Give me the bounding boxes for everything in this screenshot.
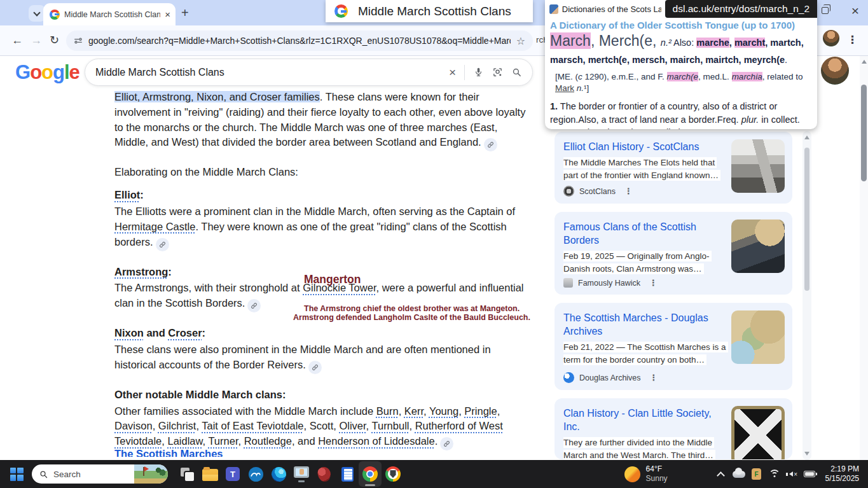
more-options-icon[interactable]: ⋮ bbox=[624, 186, 633, 196]
more-options-icon[interactable]: ⋮ bbox=[649, 278, 658, 288]
edge-button[interactable] bbox=[267, 461, 290, 487]
window-close-icon[interactable]: × bbox=[851, 4, 859, 17]
inline-link[interactable]: Tait of East Teviotdale bbox=[202, 420, 303, 431]
chevron-down-icon bbox=[33, 9, 40, 16]
teams-button[interactable]: T bbox=[221, 461, 244, 487]
inline-link[interactable]: Nixon bbox=[114, 327, 144, 338]
citation-link-icon[interactable] bbox=[308, 361, 322, 374]
source-name: Douglas Archives bbox=[579, 373, 641, 382]
search-query[interactable]: Middle March Scottish Clans bbox=[95, 67, 441, 78]
file-explorer-button[interactable] bbox=[198, 461, 221, 487]
reload-button[interactable]: ↻ bbox=[50, 33, 59, 47]
dictionary-url-chip[interactable]: dsl.ac.uk/entry/dost/march_n_2 bbox=[665, 0, 817, 18]
url-text[interactable]: google.com/search?q=Middle+March+Scottis… bbox=[88, 36, 511, 46]
scrollbar-thumb[interactable] bbox=[861, 85, 867, 181]
result-thumbnail-street-photo[interactable] bbox=[731, 139, 785, 193]
tray-expand-button[interactable] bbox=[712, 461, 730, 487]
result-card[interactable]: The Scottish Marches - Douglas Archives … bbox=[555, 303, 792, 390]
red-creature-icon bbox=[317, 466, 332, 483]
remote-desktop-button[interactable] bbox=[290, 461, 313, 487]
taskbar-search-box[interactable]: Search bbox=[32, 464, 168, 484]
clear-search-icon[interactable]: × bbox=[449, 66, 456, 80]
openoffice-button[interactable] bbox=[244, 461, 267, 487]
citation-link-icon[interactable] bbox=[440, 437, 453, 450]
tab-close-icon[interactable]: × bbox=[165, 10, 170, 19]
inline-link[interactable]: Mark bbox=[555, 83, 574, 93]
start-button[interactable] bbox=[5, 461, 28, 487]
search-highlight-image[interactable] bbox=[134, 464, 168, 484]
voice-search-icon[interactable] bbox=[473, 67, 484, 78]
result-card[interactable]: Clan History - Clan Little Society, Inc.… bbox=[555, 398, 792, 459]
result-snippet: They are further divided into the Middle… bbox=[563, 436, 730, 459]
inline-link[interactable]: Hermitage Castle bbox=[114, 221, 195, 232]
notepad-button[interactable] bbox=[336, 461, 359, 487]
result-card[interactable]: Famous Clans of the Scottish Borders Feb… bbox=[555, 212, 792, 295]
scroll-up-arrow-icon[interactable] bbox=[804, 136, 809, 139]
red-creature-app-button[interactable] bbox=[313, 461, 336, 487]
result-card[interactable]: Elliot Clan History - ScotClans The Midd… bbox=[555, 132, 792, 204]
inline-link[interactable]: Oliver bbox=[339, 420, 366, 431]
browser-profile-avatar[interactable] bbox=[823, 30, 839, 46]
dictionary-popup[interactable]: Dictionaries of the Scots Langu dsl.ac.u… bbox=[545, 0, 817, 129]
sidebar-scrollbar[interactable] bbox=[803, 131, 811, 460]
scroll-down-arrow-icon[interactable] bbox=[804, 452, 809, 456]
browser-tab[interactable]: Middle March Scottish Clans - G × bbox=[43, 3, 176, 25]
chrome-button-active[interactable] bbox=[359, 461, 382, 487]
citation-link-icon[interactable] bbox=[484, 138, 497, 151]
inline-link[interactable]: Armstrong bbox=[114, 266, 168, 277]
inline-link[interactable]: Burn bbox=[376, 405, 399, 417]
new-tab-button[interactable]: + bbox=[181, 6, 189, 20]
page-scrollbar[interactable] bbox=[860, 56, 868, 460]
inline-link[interactable]: Turnbull bbox=[371, 420, 409, 431]
result-title-link[interactable]: Famous Clans of the Scottish Borders bbox=[563, 220, 727, 247]
citation-link-icon[interactable] bbox=[247, 299, 261, 312]
inline-link[interactable]: Routledge bbox=[244, 435, 292, 447]
task-view-button[interactable] bbox=[176, 461, 198, 487]
forward-button[interactable]: → bbox=[31, 33, 42, 47]
search-submit-icon[interactable] bbox=[511, 67, 522, 78]
inline-link[interactable]: Davison bbox=[114, 420, 153, 431]
onedrive-tray-button[interactable] bbox=[730, 461, 748, 487]
weather-widget[interactable]: 64°FSunny bbox=[624, 464, 668, 484]
clipped-heading-link[interactable]: The Scottish Marches bbox=[114, 448, 223, 457]
result-thumbnail-statue[interactable] bbox=[731, 220, 785, 273]
inline-link[interactable]: Young bbox=[429, 405, 458, 417]
browser-menu-icon[interactable]: ⋮ bbox=[847, 33, 858, 46]
volume-tray-button[interactable]: × bbox=[783, 461, 801, 487]
address-bar[interactable]: google.com/search?q=Middle+March+Scottis… bbox=[66, 31, 533, 51]
back-button[interactable]: ← bbox=[11, 33, 23, 47]
result-title-link[interactable]: Elliot Clan History - ScotClans bbox=[563, 140, 727, 153]
site-settings-icon[interactable] bbox=[74, 36, 83, 45]
dictionary-site-title: Dictionaries of the Scots Langu bbox=[562, 4, 661, 14]
bookmark-star-icon[interactable]: ☆ bbox=[516, 35, 525, 47]
window-restore-icon[interactable] bbox=[822, 7, 829, 14]
inline-link[interactable]: Elliot bbox=[114, 189, 140, 200]
scrollbar-thumb[interactable] bbox=[804, 148, 809, 291]
folder-icon bbox=[202, 469, 218, 481]
search-box[interactable]: Middle March Scottish Clans × bbox=[85, 59, 533, 86]
taskbar-clock[interactable]: 2:19 PM 5/15/2025 bbox=[825, 464, 859, 484]
result-thumbnail-saltire-shield[interactable] bbox=[731, 406, 785, 459]
result-title-link[interactable]: The Scottish Marches - Douglas Archives bbox=[563, 311, 727, 338]
citation-link-icon[interactable] bbox=[156, 238, 169, 251]
floating-search-widget[interactable]: Middle March Scottish Clans bbox=[326, 0, 533, 22]
battery-tray-button[interactable] bbox=[801, 461, 819, 487]
google-lens-icon[interactable] bbox=[492, 67, 503, 78]
inline-link[interactable]: Laidlaw bbox=[167, 435, 202, 447]
result-title-link[interactable]: Clan History - Clan Little Society, Inc. bbox=[563, 407, 727, 433]
inline-link[interactable]: Kerr bbox=[404, 405, 424, 417]
clock-time: 2:19 PM bbox=[830, 464, 859, 473]
inline-link[interactable]: Gilchrist bbox=[158, 420, 196, 431]
inline-link[interactable]: Henderson of Liddesdale bbox=[318, 435, 434, 447]
more-options-icon[interactable]: ⋮ bbox=[650, 373, 658, 382]
chrome-profile-button[interactable] bbox=[382, 461, 404, 487]
inline-link[interactable]: Croser bbox=[168, 327, 202, 338]
scroll-up-arrow-icon[interactable] bbox=[862, 60, 867, 64]
glove-app-tray-button[interactable]: F bbox=[748, 461, 766, 487]
teams-icon: T bbox=[226, 467, 240, 481]
inline-link[interactable]: Pringle bbox=[464, 405, 497, 417]
result-thumbnail-map[interactable] bbox=[731, 310, 785, 364]
network-tray-button[interactable] bbox=[766, 461, 783, 487]
account-avatar[interactable] bbox=[821, 57, 849, 85]
inline-link[interactable]: Turner bbox=[208, 435, 238, 447]
